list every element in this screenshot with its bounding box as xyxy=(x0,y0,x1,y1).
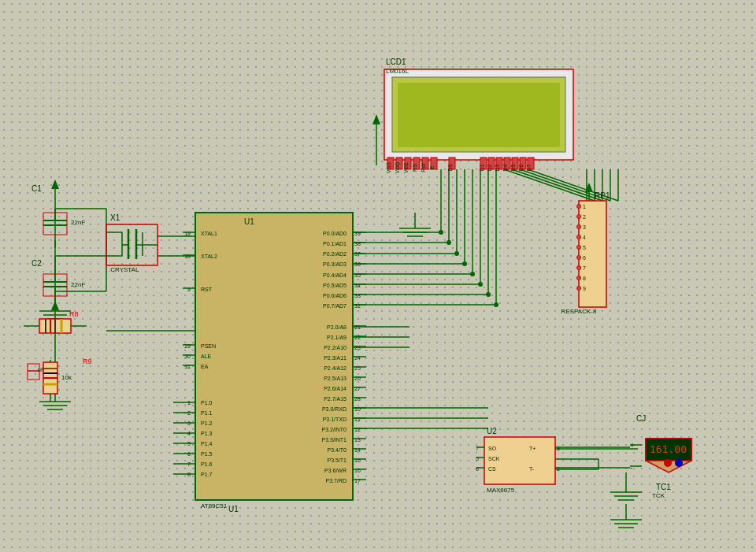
svg-text:15: 15 xyxy=(354,458,361,463)
svg-text:2: 2 xyxy=(583,214,586,220)
svg-text:4: 4 xyxy=(583,235,586,240)
svg-text:SCK: SCK xyxy=(488,456,500,461)
svg-text:D7: D7 xyxy=(526,164,532,171)
svg-point-79 xyxy=(447,240,451,245)
svg-text:P1.6: P1.6 xyxy=(201,461,213,467)
svg-text:PSEN: PSEN xyxy=(201,343,216,349)
r8-label: R8 xyxy=(69,310,79,318)
svg-text:P1.0: P1.0 xyxy=(201,400,213,406)
svg-text:P0.6/AD6: P0.6/AD6 xyxy=(323,293,346,298)
svg-point-119 xyxy=(577,215,581,219)
svg-text:D3: D3 xyxy=(495,164,500,171)
svg-text:7: 7 xyxy=(187,461,191,467)
svg-text:VEE: VEE xyxy=(403,162,409,173)
svg-text:P3.4/T0: P3.4/T0 xyxy=(327,447,346,453)
svg-text:XTAL1: XTAL1 xyxy=(201,231,217,236)
svg-text:34: 34 xyxy=(354,283,361,288)
svg-text:6: 6 xyxy=(187,451,191,457)
svg-point-123 xyxy=(577,256,581,260)
svg-text:31: 31 xyxy=(184,364,191,369)
svg-text:D6: D6 xyxy=(518,164,524,171)
svg-text:7: 7 xyxy=(583,265,586,271)
svg-text:RST: RST xyxy=(201,287,213,292)
svg-text:1: 1 xyxy=(583,204,586,209)
svg-text:2: 2 xyxy=(187,410,191,416)
svg-point-83 xyxy=(478,282,483,287)
svg-text:P0.5/AD5: P0.5/AD5 xyxy=(323,283,346,288)
svg-point-84 xyxy=(486,292,491,297)
rp1-label: RP1 xyxy=(595,191,610,200)
c2-component: C2 22nF xyxy=(32,259,85,311)
svg-point-124 xyxy=(577,266,581,270)
svg-text:P3.3/INT1: P3.3/INT1 xyxy=(321,437,346,443)
lcd-model: LM016L xyxy=(386,68,409,75)
svg-text:RS: RS xyxy=(412,164,417,172)
svg-text:6: 6 xyxy=(476,466,479,472)
svg-text:29: 29 xyxy=(184,343,191,349)
svg-text:P0.3/AD3: P0.3/AD3 xyxy=(323,261,346,267)
svg-text:35: 35 xyxy=(354,272,361,278)
lcd-component: VSS VDD VEE RS RW E D0 D1 D2 D3 D4 D5 D6… xyxy=(384,57,573,173)
svg-text:9: 9 xyxy=(583,286,586,291)
svg-point-121 xyxy=(577,235,581,239)
svg-text:28: 28 xyxy=(354,396,361,402)
svg-text:T-: T- xyxy=(529,466,535,472)
svg-rect-88 xyxy=(398,83,560,147)
svg-text:P2.7/A15: P2.7/A15 xyxy=(324,396,346,402)
c2-label: C2 xyxy=(32,259,42,268)
svg-text:17: 17 xyxy=(354,478,361,483)
svg-text:RW: RW xyxy=(421,163,426,172)
svg-text:8: 8 xyxy=(187,472,191,477)
svg-text:CS: CS xyxy=(488,466,496,472)
svg-text:25: 25 xyxy=(354,365,361,371)
svg-point-125 xyxy=(577,276,581,280)
svg-text:EA: EA xyxy=(201,364,209,369)
svg-text:VDD: VDD xyxy=(395,162,400,174)
svg-text:16: 16 xyxy=(354,468,361,473)
svg-point-118 xyxy=(577,205,581,209)
tc1-label: TC1 xyxy=(656,483,671,491)
svg-text:P0.1/AD1: P0.1/AD1 xyxy=(323,241,346,246)
svg-point-122 xyxy=(577,246,581,250)
svg-text:23: 23 xyxy=(354,345,361,350)
svg-text:3: 3 xyxy=(557,446,560,451)
svg-text:P1.5: P1.5 xyxy=(201,451,213,457)
svg-text:3: 3 xyxy=(583,224,586,230)
svg-text:7: 7 xyxy=(476,446,479,451)
c1-label: C1 xyxy=(32,184,42,193)
crystal-model: .CRYSTAL xyxy=(109,266,139,273)
svg-text:P1.3: P1.3 xyxy=(201,431,213,436)
svg-text:26: 26 xyxy=(354,376,361,381)
r9-component: R9 10k uF xyxy=(28,358,92,402)
mcu-component: U1 AT89C51 P0.0/AD0 39 P0.1/AD1 38 P0.2/… xyxy=(183,213,366,513)
svg-text:6: 6 xyxy=(583,255,586,261)
svg-text:9: 9 xyxy=(187,287,191,292)
svg-text:P3.1/TXD: P3.1/TXD xyxy=(323,417,346,422)
svg-text:5: 5 xyxy=(583,245,586,250)
svg-text:5: 5 xyxy=(187,441,191,446)
svg-text:uF: uF xyxy=(38,367,44,372)
c1-component: C1 22nF xyxy=(32,180,85,248)
svg-text:-: - xyxy=(630,463,632,472)
svg-text:P0.7/AD7: P0.7/AD7 xyxy=(323,303,346,309)
svg-text:T+: T+ xyxy=(529,446,536,451)
svg-text:19: 19 xyxy=(184,231,191,236)
svg-text:P1.4: P1.4 xyxy=(201,441,213,446)
svg-text:8: 8 xyxy=(583,276,586,281)
svg-text:P2.5/A13: P2.5/A13 xyxy=(324,376,346,381)
svg-text:E: E xyxy=(429,165,435,169)
svg-point-80 xyxy=(454,251,459,256)
svg-point-82 xyxy=(470,272,475,276)
svg-text:161.00: 161.00 xyxy=(650,443,687,455)
svg-point-305 xyxy=(664,459,672,467)
svg-text:P1.2: P1.2 xyxy=(201,420,213,426)
svg-text:32: 32 xyxy=(354,303,361,309)
tc1-model: TCK xyxy=(652,492,665,499)
svg-text:P3.6/WR: P3.6/WR xyxy=(324,468,346,473)
svg-text:21: 21 xyxy=(354,324,361,330)
svg-point-120 xyxy=(577,225,581,229)
svg-text:P2.3/A11: P2.3/A11 xyxy=(324,355,346,361)
svg-text:P2.4/A12: P2.4/A12 xyxy=(324,365,346,371)
svg-text:13: 13 xyxy=(354,437,361,443)
svg-text:P0.4/AD4: P0.4/AD4 xyxy=(323,272,346,278)
